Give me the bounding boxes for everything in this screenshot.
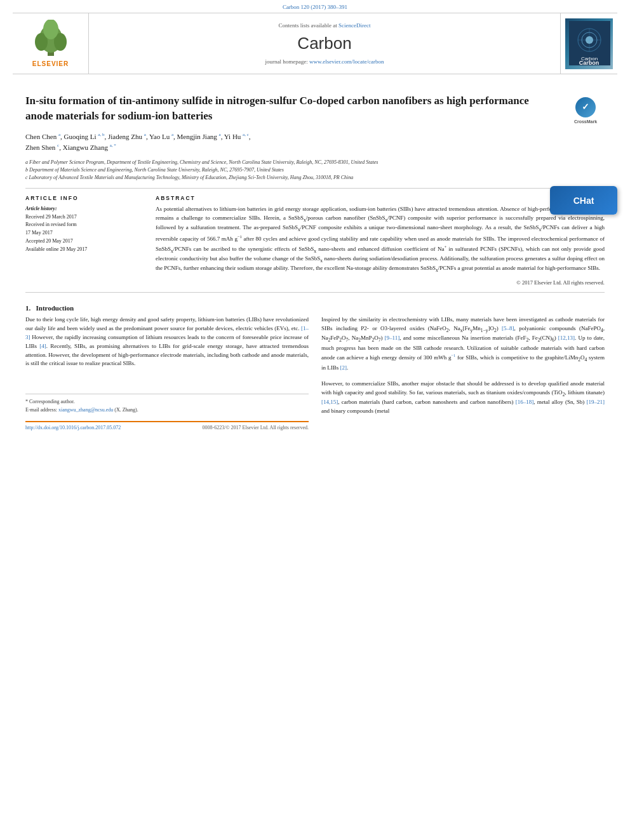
- carbon-cover-image: Carbon: [565, 18, 613, 69]
- crossmark-icon: ✓: [575, 97, 596, 117]
- page: Carbon 120 (2017) 380–391 ELSEVIER Conte…: [0, 0, 630, 840]
- authors-line: Chen Chen a, Guoqing Li a, b, Jiadeng Zh…: [25, 131, 605, 154]
- revised-date: Received in revised formReceived in revi…: [25, 221, 143, 237]
- elsevier-logo: ELSEVIER: [13, 13, 89, 74]
- received-date: Received 29 March 2017: [25, 213, 143, 222]
- article-info-heading: ARTICLE INFO: [25, 195, 143, 201]
- info-abstract-section: ARTICLE INFO Article history: Received 2…: [25, 195, 605, 286]
- main-content: In-situ formation of tin-antimony sulfid…: [0, 74, 630, 443]
- crossmark-badge[interactable]: ✓ CrossMark: [566, 93, 605, 128]
- article-history: Article history: Received 29 March 2017 …: [25, 205, 143, 254]
- science-direct-line: Contents lists available at ScienceDirec…: [279, 22, 371, 29]
- intro-col-1: Due to their long cycle life, high energ…: [25, 316, 309, 430]
- article-title-text: In-situ formation of tin-antimony sulfid…: [25, 95, 529, 122]
- homepage-url[interactable]: www.elsevier.com/locate/carbon: [309, 58, 384, 65]
- crossmark-label: CrossMark: [574, 119, 597, 125]
- accepted-date: Accepted 20 May 2017: [25, 237, 143, 246]
- carbon-cover: Carbon: [560, 13, 617, 74]
- article-title-block: In-situ formation of tin-antimony sulfid…: [25, 93, 605, 124]
- article-info-col: ARTICLE INFO Article history: Received 2…: [25, 195, 143, 286]
- chat-button[interactable]: CHat: [550, 186, 617, 215]
- introduction-section: 1. Introduction Due to their long cycle …: [25, 304, 605, 430]
- divider-2: [25, 292, 605, 293]
- svg-text:Carbon: Carbon: [581, 56, 598, 62]
- affiliation-c: c Laboratory of Advanced Textile Materia…: [25, 174, 605, 182]
- footnotes: * Corresponding author. E-mail address: …: [25, 394, 309, 415]
- chat-button-label: CHat: [573, 196, 594, 206]
- journal-name: Carbon: [297, 34, 351, 53]
- history-label: Article history:: [25, 205, 143, 213]
- abstract-text: As potential alternatives to lithium-ion…: [156, 205, 605, 274]
- affiliation-b: b Department of Materials Science and En…: [25, 166, 605, 174]
- issn-text: 0008-6223/© 2017 Elsevier Ltd. All right…: [203, 425, 309, 430]
- affiliations: a Fiber and Polymer Science Program, Dep…: [25, 159, 605, 182]
- available-date: Available online 20 May 2017: [25, 246, 143, 254]
- copyright-text: © 2017 Elsevier Ltd. All rights reserved…: [156, 279, 605, 286]
- journal-header: ELSEVIER Contents lists available at Sci…: [13, 13, 617, 74]
- svg-point-4: [43, 20, 58, 39]
- journal-center: Contents lists available at ScienceDirec…: [89, 13, 560, 74]
- doi-link[interactable]: http://dx.doi.org/10.1016/j.carbon.2017.…: [25, 425, 121, 430]
- intro-text-1: Due to their long cycle life, high energ…: [25, 316, 309, 369]
- intro-text-2: Inspired by the similarity in electroche…: [321, 316, 605, 373]
- email-link[interactable]: xiangwu_zhang@ncsu.edu: [58, 407, 113, 413]
- citation-bar: Carbon 120 (2017) 380–391: [0, 0, 630, 13]
- affiliation-a: a Fiber and Polymer Science Program, Dep…: [25, 159, 605, 166]
- footnote-corresponding: * Corresponding author.: [25, 398, 309, 406]
- journal-homepage: journal homepage: www.elsevier.com/locat…: [265, 58, 384, 65]
- page-footer: http://dx.doi.org/10.1016/j.carbon.2017.…: [25, 421, 309, 430]
- intro-columns: Due to their long cycle life, high energ…: [25, 316, 605, 430]
- intro-col-2: Inspired by the similarity in electroche…: [321, 316, 605, 430]
- intro-text-3: However, to commercialize SIBs, another …: [321, 380, 605, 416]
- elsevier-name: ELSEVIER: [32, 60, 69, 67]
- abstract-heading: ABSTRACT: [156, 195, 605, 201]
- divider-1: [25, 188, 605, 189]
- abstract-col: ABSTRACT As potential alternatives to li…: [156, 195, 605, 286]
- science-direct-link[interactable]: ScienceDirect: [338, 22, 370, 29]
- footnote-email: E-mail address: xiangwu_zhang@ncsu.edu (…: [25, 406, 309, 415]
- citation-text: Carbon 120 (2017) 380–391: [283, 4, 347, 10]
- intro-title: 1. Introduction: [25, 304, 605, 312]
